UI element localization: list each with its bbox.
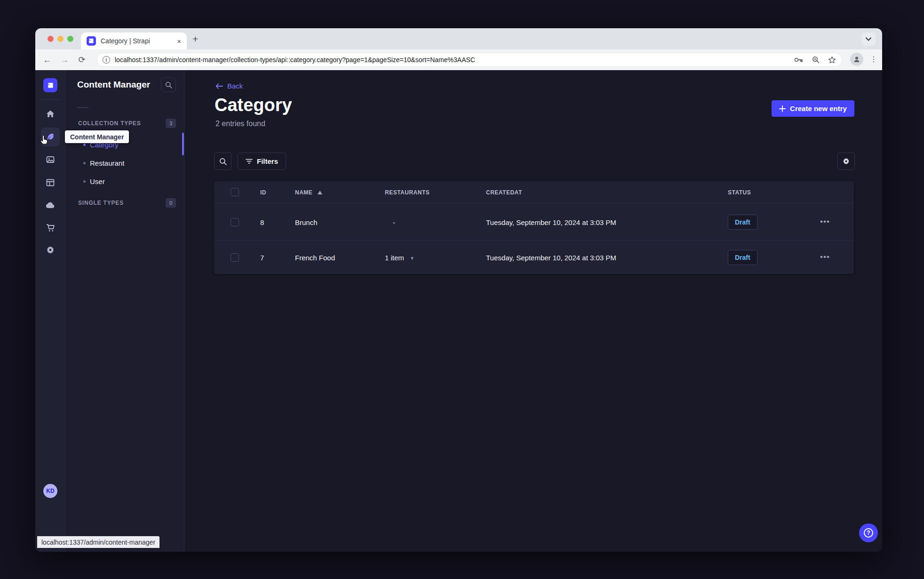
filters-button[interactable]: Filters: [238, 153, 286, 170]
entries-count: 2 entries found: [215, 120, 265, 128]
home-icon[interactable]: [41, 105, 60, 123]
bullet-icon: [83, 162, 86, 164]
password-key-icon[interactable]: [794, 56, 804, 63]
help-button[interactable]: ?: [859, 523, 878, 542]
browser-profile-avatar[interactable]: [850, 53, 863, 66]
minimize-window-button[interactable]: [57, 36, 64, 42]
row-actions-icon[interactable]: •••: [820, 217, 830, 226]
search-icon: [219, 158, 227, 165]
back-nav-icon[interactable]: ←: [41, 55, 53, 65]
page-title: Category: [215, 95, 292, 115]
cell-createdat: Tuesday, September 10, 2024 at 3:03 PM: [486, 218, 616, 226]
close-window-button[interactable]: [48, 36, 54, 42]
content-type-builder-icon[interactable]: [41, 173, 60, 192]
gear-icon: [842, 157, 850, 165]
entries-table: ID NAME RESTAURANTS CREATEDAT STATUS 8 B…: [214, 181, 854, 274]
mouse-cursor-hand-icon: [39, 135, 48, 145]
column-header-name[interactable]: NAME: [295, 189, 322, 196]
create-new-entry-button[interactable]: Create new entry: [772, 100, 854, 117]
tab-search-button[interactable]: [861, 32, 876, 46]
column-header-restaurants[interactable]: RESTAURANTS: [385, 189, 430, 196]
subnav-title: Content Manager: [77, 80, 150, 90]
collection-types-count-badge: 3: [166, 119, 176, 128]
tab-close-icon[interactable]: ×: [177, 37, 181, 45]
column-header-createdat[interactable]: CREATEDAT: [486, 189, 522, 196]
browser-window: Category | Strapi × + ← → ⟳ i localhost:…: [35, 28, 882, 552]
new-tab-button[interactable]: +: [192, 34, 198, 44]
back-link[interactable]: Back: [215, 82, 243, 90]
cell-name: French Food: [295, 254, 335, 262]
address-bar[interactable]: i localhost:1337/admin/content-manager/c…: [96, 53, 842, 67]
sidebar-item-restaurant[interactable]: Restaurant: [65, 154, 184, 172]
bookmark-star-icon[interactable]: [828, 56, 836, 64]
strapi-logo-icon[interactable]: [43, 78, 57, 92]
content-manager-tooltip: Content Manager: [65, 130, 129, 143]
zoom-icon[interactable]: [812, 56, 820, 64]
status-badge: Draft: [728, 215, 757, 230]
cell-createdat: Tuesday, September 10, 2024 at 3:03 PM: [486, 254, 616, 262]
subnav-scrollbar[interactable]: [182, 133, 184, 155]
table-row[interactable]: 8 Brunch - Tuesday, September 10, 2024 a…: [214, 204, 854, 241]
rail-divider: [41, 99, 60, 100]
strapi-favicon-icon: [87, 36, 96, 46]
table-row[interactable]: 7 French Food 1 item ▼ Tuesday, Septembe…: [214, 241, 854, 274]
reload-icon[interactable]: ⟳: [76, 55, 88, 65]
settings-gear-icon[interactable]: [41, 241, 60, 259]
content-manager-subnav: Content Manager COLLECTION TYPES 3 Categ…: [65, 70, 184, 552]
maximize-window-button[interactable]: [67, 36, 73, 42]
cell-name: Brunch: [295, 218, 318, 226]
cell-id: 7: [260, 254, 264, 262]
browser-menu-icon[interactable]: ⋮: [870, 58, 876, 61]
select-all-checkbox[interactable]: [231, 188, 239, 196]
column-header-status[interactable]: STATUS: [728, 189, 751, 196]
tab-strip: Category | Strapi × +: [35, 28, 882, 49]
cell-id: 8: [260, 218, 264, 226]
tab-title: Category | Strapi: [101, 37, 173, 45]
bullet-icon: [83, 144, 86, 146]
nav-rail: KD: [35, 70, 65, 552]
marketplace-cart-icon[interactable]: [41, 218, 60, 237]
table-search-button[interactable]: [214, 153, 231, 170]
view-settings-gear-button[interactable]: [837, 153, 855, 170]
single-types-label: SINGLE TYPES: [78, 200, 124, 206]
subnav-divider: [77, 107, 88, 108]
column-header-id[interactable]: ID: [260, 189, 266, 196]
subnav-search-button[interactable]: [161, 77, 176, 92]
chevron-down-icon: ▼: [410, 256, 414, 261]
person-icon: [853, 56, 860, 63]
forward-nav-icon[interactable]: →: [59, 55, 70, 65]
filter-icon: [246, 159, 253, 164]
single-types-count-badge: 0: [166, 198, 176, 208]
cell-restaurants[interactable]: 1 item ▼: [385, 254, 414, 262]
bullet-icon: [83, 180, 86, 183]
site-info-icon[interactable]: i: [103, 56, 110, 64]
browser-toolbar: ← → ⟳ i localhost:1337/admin/content-man…: [35, 49, 882, 70]
strapi-app: KD Content Manager COLLECTION TYPES 3 Ca…: [35, 70, 882, 552]
row-checkbox[interactable]: [231, 253, 239, 262]
cell-restaurants: -: [393, 218, 395, 226]
collection-types-section: COLLECTION TYPES 3: [78, 119, 176, 128]
search-icon: [165, 81, 172, 88]
back-arrow-icon: [215, 83, 223, 89]
single-types-section: SINGLE TYPES 0: [78, 198, 176, 208]
sort-asc-icon: [318, 191, 322, 194]
link-preview-statusbar: localhost:1337/admin/content-manager: [37, 536, 159, 548]
sidebar-item-user[interactable]: User: [65, 172, 184, 191]
media-library-icon[interactable]: [41, 150, 60, 169]
user-avatar[interactable]: KD: [43, 484, 57, 498]
plus-icon: [779, 105, 786, 112]
collection-types-label: COLLECTION TYPES: [78, 120, 141, 127]
main-content: Back Category 2 entries found Create new…: [184, 70, 882, 552]
url-text: localhost:1337/admin/content-manager/col…: [115, 56, 789, 64]
row-checkbox[interactable]: [231, 218, 239, 226]
row-actions-icon[interactable]: •••: [820, 252, 830, 262]
table-header-row: ID NAME RESTAURANTS CREATEDAT STATUS: [214, 181, 854, 203]
question-mark-icon: ?: [864, 528, 873, 538]
browser-tab[interactable]: Category | Strapi ×: [81, 32, 187, 49]
status-badge: Draft: [728, 250, 757, 265]
cloud-icon[interactable]: [41, 196, 60, 215]
